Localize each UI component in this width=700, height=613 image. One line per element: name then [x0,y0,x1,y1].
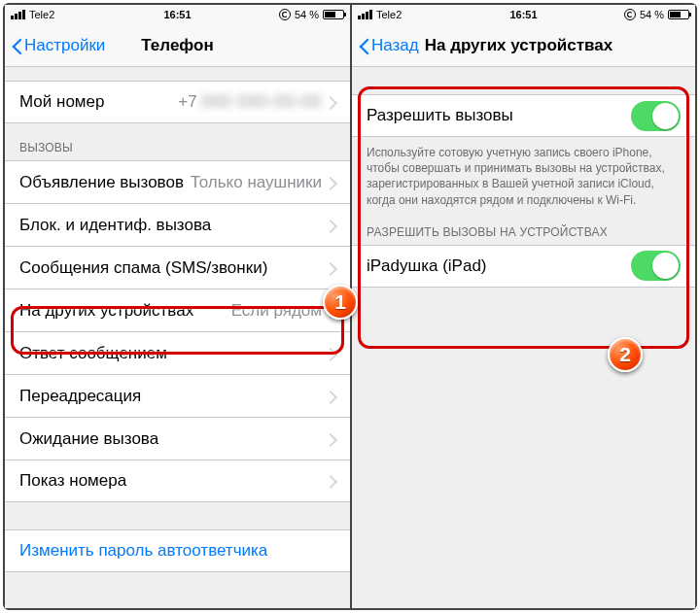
block-label: Блок. и идентиф. вызова [19,216,211,235]
chevron-left-icon [11,36,22,55]
chevron-right-icon [328,390,335,403]
device-label: iPadушка (iPad) [367,256,487,276]
status-time: 16:51 [509,9,537,20]
settings-content: Мой номер +7 000 000-00-00 ВЫЗОВЫ Объявл… [5,67,350,608]
nav-back-button[interactable]: Назад [352,36,419,55]
row-announce-calls[interactable]: Объявление вызовов Только наушники [5,160,350,203]
orientation-lock-icon [279,9,291,20]
row-allow-calls[interactable]: Разрешить вызовы [352,94,695,137]
nav-bar: Назад На других устройствах [352,24,695,67]
battery-icon [668,10,689,19]
forward-label: Переадресация [19,387,141,406]
battery-icon [323,10,344,19]
signal-icon [11,10,25,19]
other-devices-detail: Если рядом [231,301,322,321]
announce-label: Объявление вызовов [19,173,184,192]
signal-icon [358,10,372,19]
status-battery-text: 54 % [640,9,664,20]
vm-password-label: Изменить пароль автоответчика [19,541,267,561]
my-number-label: Мой номер [19,92,104,112]
screenshot-other-devices: Tele2 16:51 54 % Назад На других устройс… [350,5,695,608]
row-forwarding[interactable]: Переадресация [5,374,350,417]
waiting-label: Ожидание вызова [19,429,158,449]
allow-calls-toggle[interactable] [631,101,681,131]
row-call-waiting[interactable]: Ожидание вызова [5,417,350,460]
chevron-right-icon [328,347,335,360]
other-devices-label: На других устройствах [19,301,193,321]
nav-back-label: Назад [371,36,419,55]
nav-title: Телефон [141,36,213,55]
status-battery-text: 54 % [295,9,319,20]
reply-label: Ответ сообщением [19,344,167,363]
spam-label: Сообщения спама (SMS/звонки) [19,258,267,278]
callout-badge-2: 2 [608,337,643,372]
chevron-right-icon [328,176,335,189]
status-time: 16:51 [163,9,191,20]
device-toggle[interactable] [631,251,681,281]
callerid-label: Показ номера [19,471,126,491]
nav-back-button[interactable]: Настройки [5,36,105,55]
chevron-right-icon [328,95,335,109]
status-carrier: Tele2 [376,9,402,20]
other-devices-content: Разрешить вызовы Используйте сотовую уче… [352,67,695,608]
section-header-devices: РАЗРЕШИТЬ ВЫЗОВЫ НА УСТРОЙСТВАХ [352,214,695,245]
nav-title: На других устройствах [425,36,613,55]
orientation-lock-icon [624,9,636,20]
announce-detail: Только наушники [191,173,322,192]
chevron-right-icon [328,219,335,232]
my-number-value: +7 000 000-00-00 [178,92,322,112]
section-header-calls: ВЫЗОВЫ [5,123,350,160]
status-carrier: Tele2 [29,9,54,20]
row-other-devices[interactable]: На других устройствах Если рядом [5,289,350,331]
status-bar: Tele2 16:51 54 % [352,5,695,24]
nav-back-label: Настройки [24,36,105,55]
row-change-vm-password[interactable]: Изменить пароль автоответчика [5,529,350,572]
row-my-number[interactable]: Мой номер +7 000 000-00-00 [5,81,350,123]
chevron-right-icon [328,261,335,275]
row-device-ipad[interactable]: iPadушка (iPad) [352,245,695,288]
chevron-left-icon [358,36,369,55]
row-spam[interactable]: Сообщения спама (SMS/звонки) [5,246,350,289]
row-caller-id[interactable]: Показ номера [5,460,350,502]
callout-badge-1: 1 [323,285,358,320]
allow-calls-label: Разрешить вызовы [367,106,513,125]
chevron-right-icon [328,474,335,488]
screenshot-phone-settings: Tele2 16:51 54 % Настройки Телефон Мой н… [5,5,350,608]
nav-bar: Настройки Телефон [5,24,350,67]
row-block-id[interactable]: Блок. и идентиф. вызова [5,203,350,246]
allow-calls-help: Используйте сотовую учетную запись своег… [352,137,695,214]
chevron-right-icon [328,432,335,446]
status-bar: Tele2 16:51 54 % [5,5,350,24]
row-reply-message[interactable]: Ответ сообщением [5,331,350,374]
